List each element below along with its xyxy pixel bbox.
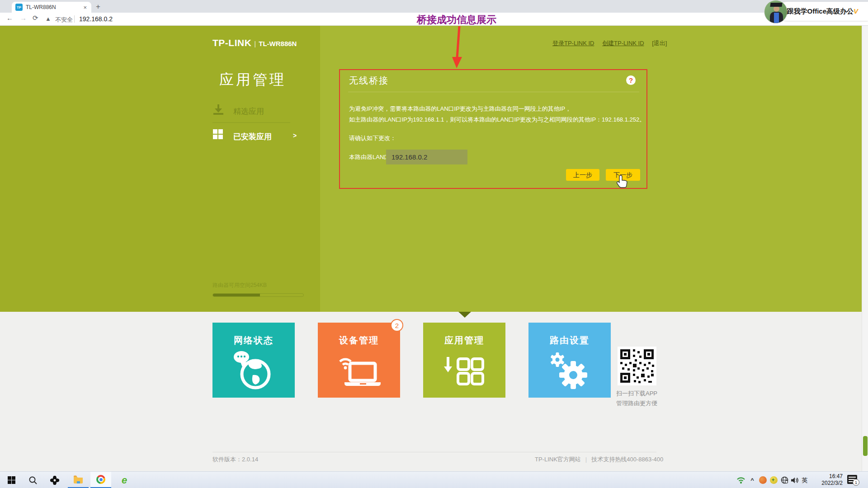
footer-separator: | [585,456,587,463]
browser-tab[interactable]: TP TL-WR886N × [12,2,91,13]
gears-icon [547,348,592,393]
taskbar-clock[interactable]: 16:47 2022/3/2 [810,473,843,487]
logo-text: TP-LINK [212,38,251,48]
apps-download-icon [442,348,487,393]
clock-time: 16:47 [810,473,843,480]
sidebar-item-installed-apps[interactable]: 已安装应用 > [212,129,303,144]
notification-badge: 1 [853,479,859,486]
e-browser-icon: e [122,476,127,485]
tray-expand[interactable]: ^ [748,472,757,488]
footer-links: TP-LINK官方网站|技术支持热线400-8863-400 [535,455,663,464]
globe-chat-icon [231,348,276,393]
download-icon [212,103,224,115]
360-safe-icon [759,476,767,484]
official-site-link[interactable]: TP-LINK官方网站 [535,456,581,463]
notification-line [849,477,856,478]
page-title: 应用管理 [219,70,286,90]
cursor-hand-icon [617,175,628,188]
sidebar-item-label: 已安装应用 [233,131,272,142]
qr-caption-line2: 管理路由更方便 [616,399,657,408]
panel-title: 无线桥接 [349,75,389,87]
tray-language[interactable]: 英 [800,472,809,488]
browser-tab-strip: TP TL-WR886N × + [0,0,868,13]
windows-logo-icon [8,476,15,484]
annotation-arrow-icon [447,25,467,70]
globe-icon [781,476,788,484]
taskbar-file-explorer[interactable] [68,472,89,488]
tile-device-management[interactable]: 设备管理 [318,323,400,398]
tray-pinyin[interactable]: + [769,472,778,488]
create-tplink-id-link[interactable]: 创建TP-LINK ID [602,40,644,47]
storage-progress-fill [213,294,260,296]
verified-badge: V [854,7,858,15]
tray-wifi[interactable] [735,472,747,488]
tray-volume[interactable] [789,472,800,488]
back-icon[interactable]: ← [6,14,13,22]
qr-code [618,347,656,385]
sidebar [0,26,320,312]
browser-scrollbar[interactable] [862,26,868,471]
url-divider [74,15,75,23]
tile-label: 设备管理 [318,334,400,347]
new-tab-button[interactable]: + [96,2,100,11]
previous-step-button[interactable]: 上一步 [566,169,599,181]
tile-router-settings[interactable]: 路由设置 [528,323,611,398]
security-label[interactable]: 不安全 [55,16,73,24]
apps-grid-icon [212,129,223,140]
chevron-up-icon: ^ [750,477,754,483]
avatar-graduation-cap [770,3,782,7]
tray-360-safe[interactable] [758,472,768,488]
wifi-icon [736,477,745,484]
model-name: TL-WR886N [259,40,297,47]
panel-text-line1: 为避免IP冲突，需要将本路由器的LAN口IP更改为与主路由器在同一网段上的其他I… [349,105,571,113]
active-section-notch [458,312,471,318]
logo-separator: | [254,40,256,47]
notification-line [849,481,853,482]
laptop-wifi-icon [336,348,382,393]
chevron-right-icon: > [293,132,297,139]
avatar-sash [774,13,779,23]
taskbar-browser-360[interactable]: e [114,472,135,488]
clock-date: 2022/3/2 [810,480,843,487]
annotation-text: 桥接成功信息展示 [389,13,524,27]
security-warning-icon[interactable]: ▲ [45,15,51,22]
tile-network-status[interactable]: 网络状态 [212,323,295,398]
sidebar-item-featured-apps[interactable]: 精选应用 [212,103,303,119]
tile-app-management[interactable]: 应用管理 [423,323,505,398]
lan-ip-input[interactable] [386,150,467,164]
start-button[interactable] [1,472,22,488]
tp-favicon-icon: TP [15,4,23,11]
tray-network-globe[interactable] [779,472,789,488]
tile-label: 路由设置 [528,334,611,347]
panel-confirm-label: 请确认如下更改： [349,134,396,142]
help-icon[interactable]: ? [626,75,636,85]
forward-icon[interactable]: → [20,14,27,22]
sidebar-divider [212,122,290,123]
reload-icon[interactable]: ⟳ [33,14,38,22]
tab-title: TL-WR886N [26,4,82,10]
tile-label: 网络状态 [212,334,295,347]
pinwheel-icon [50,476,59,485]
tab-close-icon[interactable]: × [82,4,88,11]
footer-divider [212,452,656,452]
bottom-section: 网络状态 设备管理 2 [0,312,868,471]
account-links: 登录TP-LINK ID 创建TP-LINK ID [退出] [552,39,673,47]
taskbar-pinwheel-app[interactable] [44,472,65,488]
sidebar-item-label: 精选应用 [233,106,264,117]
panel-divider [348,92,639,92]
address-url[interactable]: 192.168.0.2 [79,15,113,23]
search-icon [28,476,38,485]
scrollbar-thumb[interactable] [863,436,868,456]
tp-link-logo: TP-LINK|TL-WR886N [212,38,297,48]
taskbar-chrome[interactable] [90,472,111,488]
firmware-version: 软件版本：2.0.14 [212,455,258,464]
device-count-badge: 2 [391,319,403,332]
language-indicator: 英 [802,476,808,484]
storage-progress-bar [212,293,304,297]
login-tplink-id-link[interactable]: 登录TP-LINK ID [552,40,594,47]
taskbar-search-button[interactable] [23,472,43,488]
panel-text-line2: 如主路由器的LAN口IP为192.168.1.1，则可以将本路由的LAN口IP更… [349,116,645,124]
tile-label: 应用管理 [423,334,505,347]
windows-taskbar: e ^ + [0,471,868,488]
logout-link[interactable]: [退出] [652,40,667,47]
